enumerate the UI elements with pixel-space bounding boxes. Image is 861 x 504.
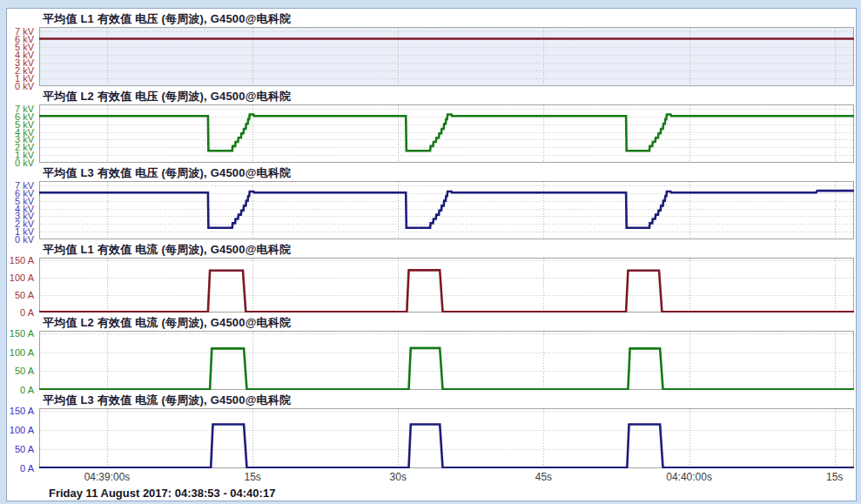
chart-body: 7 kV6 kV5 kV4 kV3 kV2 kV1 kV0 kV bbox=[39, 181, 856, 239]
plot-area[interactable] bbox=[39, 258, 854, 312]
y-axis-labels: 7 kV6 kV5 kV4 kV3 kV2 kV1 kV0 kV bbox=[7, 104, 36, 163]
y-axis-labels: 150 A100 A50 A0 A bbox=[7, 408, 36, 468]
chart-title-current-l1: 平均值 L1 有效值 电流 (每周波), G4500@电科院 bbox=[7, 239, 856, 258]
chart-title-voltage-l1: 平均值 L1 有效值 电压 (每周波), G4500@电科院 bbox=[7, 9, 856, 27]
trend-chart-window: 平均值 L1 有效值 电压 (每周波), G4500@电科院 7 kV6 kV5… bbox=[6, 8, 857, 501]
chart-body: 150 A100 A50 A0 A bbox=[39, 331, 856, 390]
app-window: { "status_bar": { "text": "Friday 11 Aug… bbox=[0, 0, 861, 504]
chart-title-voltage-l2: 平均值 L2 有效值 电压 (每周波), G4500@电科院 bbox=[7, 86, 856, 104]
chart-pane-voltage-l3: 平均值 L3 有效值 电压 (每周波), G4500@电科院 7 kV6 kV5… bbox=[7, 163, 856, 239]
x-axis: 04:39:00s15s30s45s04:40:00s15s bbox=[7, 468, 856, 484]
y-tick-label: 150 A bbox=[10, 407, 34, 416]
chart-body: 150 A100 A50 A0 A bbox=[39, 408, 856, 468]
chart-title-current-l2: 平均值 L2 有效值 电流 (每周波), G4500@电科院 bbox=[7, 312, 856, 331]
chart-body: 7 kV6 kV5 kV4 kV3 kV2 kV1 kV0 kV bbox=[39, 27, 856, 86]
x-tick-label: 30s bbox=[354, 471, 441, 483]
chart-pane-current-l3: 平均值 L3 有效值 电流 (每周波), G4500@电科院 150 A100 … bbox=[7, 390, 856, 468]
y-tick-label: 100 A bbox=[10, 273, 34, 283]
plot-area[interactable] bbox=[39, 331, 854, 390]
x-tick-label: 45s bbox=[500, 471, 587, 483]
chart-body: 7 kV6 kV5 kV4 kV3 kV2 kV1 kV0 kV bbox=[39, 104, 856, 163]
x-tick-label: 04:40:00s bbox=[646, 471, 733, 483]
plot-area[interactable] bbox=[39, 27, 854, 86]
y-tick-label: 100 A bbox=[10, 348, 34, 358]
chart-pane-current-l1: 平均值 L1 有效值 电流 (每周波), G4500@电科院 150 A100 … bbox=[7, 239, 856, 312]
y-tick-label: 50 A bbox=[15, 366, 34, 376]
x-tick-label: 15s bbox=[791, 471, 857, 483]
y-tick-label: 50 A bbox=[15, 291, 34, 300]
chart-pane-voltage-l1: 平均值 L1 有效值 电压 (每周波), G4500@电科院 7 kV6 kV5… bbox=[7, 9, 856, 86]
y-axis-labels: 7 kV6 kV5 kV4 kV3 kV2 kV1 kV0 kV bbox=[7, 27, 36, 86]
y-tick-label: 50 A bbox=[15, 445, 34, 454]
chart-pane-current-l2: 平均值 L2 有效值 电流 (每周波), G4500@电科院 150 A100 … bbox=[7, 312, 856, 390]
status-bar-time-range: Friday 11 August 2017: 04:38:53 - 04:40:… bbox=[7, 484, 856, 500]
y-tick-label: 150 A bbox=[10, 256, 34, 265]
chart-title-voltage-l3: 平均值 L3 有效值 电压 (每周波), G4500@电科院 bbox=[7, 163, 856, 181]
y-axis-labels: 7 kV6 kV5 kV4 kV3 kV2 kV1 kV0 kV bbox=[7, 181, 36, 239]
chart-title-current-l3: 平均值 L3 有效值 电流 (每周波), G4500@电科院 bbox=[7, 390, 856, 408]
plot-area[interactable] bbox=[39, 181, 854, 239]
chart-pane-voltage-l2: 平均值 L2 有效值 电压 (每周波), G4500@电科院 7 kV6 kV5… bbox=[7, 86, 856, 163]
plot-area[interactable] bbox=[39, 104, 854, 163]
y-tick-label: 100 A bbox=[10, 426, 34, 435]
x-tick-label: 15s bbox=[209, 471, 296, 483]
y-axis-labels: 150 A100 A50 A0 A bbox=[7, 258, 36, 312]
chart-body: 150 A100 A50 A0 A bbox=[39, 258, 856, 312]
x-tick-label: 04:39:00s bbox=[64, 471, 151, 483]
y-tick-label: 150 A bbox=[10, 329, 34, 339]
y-axis-labels: 150 A100 A50 A0 A bbox=[7, 331, 36, 390]
plot-area[interactable] bbox=[39, 408, 854, 468]
